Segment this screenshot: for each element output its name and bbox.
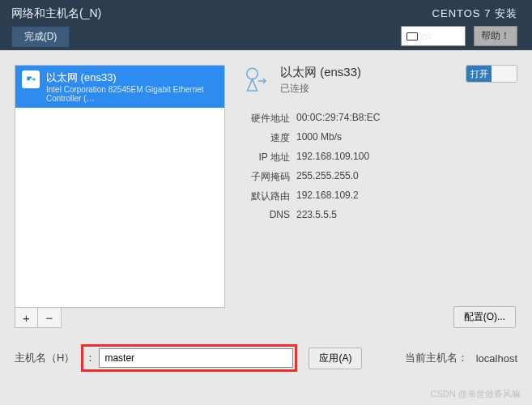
speed-value: 1000 Mb/s: [296, 131, 517, 145]
default-route-label: 默认路由: [240, 190, 290, 203]
default-route-value: 192.168.109.2: [296, 190, 517, 203]
ip-address-value: 192.168.109.100: [296, 151, 517, 164]
connection-details: 硬件地址 00:0C:29:74:B8:EC 速度 1000 Mb/s IP 地…: [240, 112, 517, 220]
dns-value: 223.5.5.5: [296, 209, 517, 220]
svg-point-0: [247, 68, 258, 79]
page-title: 网络和主机名(_N): [11, 6, 101, 21]
ethernet-icon: [22, 70, 40, 88]
keyboard-icon: [406, 32, 418, 40]
toggle-off-side: [492, 66, 517, 82]
current-hostname-value: localhost: [476, 352, 517, 364]
connection-status: 已连接: [280, 82, 458, 96]
device-name: 以太网 (ens33): [46, 70, 218, 85]
hostname-row: 主机名（H） ： 应用(A) 当前主机名： localhost: [0, 336, 532, 383]
subnet-mask-value: 255.255.255.0: [296, 170, 517, 184]
remove-device-button[interactable]: −: [38, 308, 61, 327]
subnet-mask-label: 子网掩码: [240, 170, 290, 184]
device-description: Intel Corporation 82545EM Gigabit Ethern…: [46, 85, 218, 103]
ip-address-label: IP 地址: [240, 151, 290, 164]
hw-address-label: 硬件地址: [240, 112, 290, 126]
hostname-highlight-box: ：: [81, 344, 297, 372]
network-device-list[interactable]: 以太网 (ens33) Intel Corporation 82545EM Gi…: [15, 65, 225, 308]
speed-label: 速度: [240, 131, 290, 145]
hw-address-value: 00:0C:29:74:B8:EC: [296, 112, 517, 126]
top-bar: 网络和主机名(_N) 完成(D) CENTOS 7 安装 cn 帮助！: [0, 0, 532, 50]
keyboard-layout-selector[interactable]: cn: [401, 26, 466, 46]
apply-hostname-button[interactable]: 应用(A): [309, 347, 362, 369]
keyboard-layout-code: cn: [421, 31, 432, 42]
connection-toggle[interactable]: 打开: [466, 65, 517, 83]
help-button[interactable]: 帮助！: [474, 26, 517, 46]
dns-label: DNS: [240, 209, 290, 220]
toggle-on-label: 打开: [466, 66, 492, 82]
hostname-input[interactable]: [99, 348, 293, 368]
current-hostname-label: 当前主机名：: [405, 351, 468, 365]
watermark-text: CSDN @来世做春风嘛: [431, 388, 521, 400]
network-device-item[interactable]: 以太网 (ens33) Intel Corporation 82545EM Gi…: [15, 66, 224, 108]
main-area: 以太网 (ens33) Intel Corporation 82545EM Gi…: [0, 50, 532, 336]
installer-title: CENTOS 7 安装: [432, 6, 517, 21]
configure-button[interactable]: 配置(O)...: [453, 306, 516, 328]
add-remove-toolbar: + −: [15, 308, 62, 328]
connection-name: 以太网 (ens33): [280, 65, 458, 80]
hostname-label: 主机名（H）: [15, 351, 74, 365]
hostname-colon: ：: [85, 351, 96, 365]
ethernet-large-icon: [240, 65, 272, 97]
add-device-button[interactable]: +: [15, 308, 38, 327]
done-button[interactable]: 完成(D): [11, 26, 70, 48]
